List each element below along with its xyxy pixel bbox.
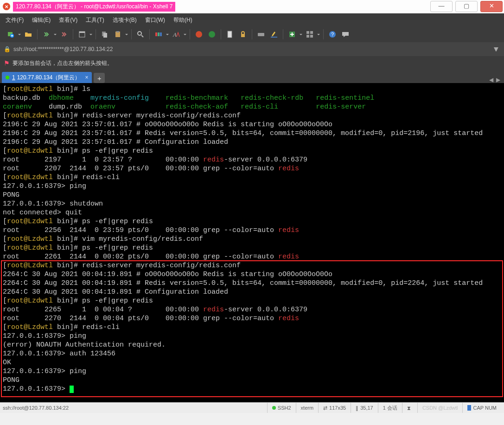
font-dropdown[interactable] xyxy=(183,32,187,37)
status-size: 117x35 xyxy=(329,405,346,411)
svg-rect-19 xyxy=(271,37,277,38)
svg-rect-5 xyxy=(103,33,107,38)
address-dropdown[interactable]: ⯆ xyxy=(492,46,500,52)
svg-rect-11 xyxy=(160,32,162,36)
svg-rect-22 xyxy=(310,31,313,34)
status-led-icon xyxy=(272,406,276,410)
svg-rect-9 xyxy=(155,32,157,36)
svg-point-13 xyxy=(196,31,202,38)
menu-view[interactable]: 查看(V) xyxy=(59,16,77,24)
new-file-button[interactable] xyxy=(224,28,236,40)
status-proto: SSH2 xyxy=(278,405,291,411)
reconnect-button[interactable] xyxy=(40,28,52,40)
help-button[interactable]: ? xyxy=(326,28,338,40)
open-button[interactable] xyxy=(22,28,34,40)
paste-button[interactable] xyxy=(112,28,124,40)
hint-text: 要添加当前会话，点击左侧的箭头按钮。 xyxy=(13,59,113,67)
status-bar: ssh://root@120.77.80.134:22 SSH2 xterm ⇄… xyxy=(0,402,504,413)
paste-dropdown[interactable] xyxy=(125,32,128,37)
lock-icon: 🔒 xyxy=(4,46,11,52)
tab-label: 120.77.80.134（阿里云） xyxy=(17,74,81,82)
highlight-button[interactable] xyxy=(268,28,280,40)
menu-window[interactable]: 窗口(W) xyxy=(145,16,165,24)
hint-bar: ⚑ 要添加当前会话，点击左侧的箭头按钮。 xyxy=(0,56,504,70)
tab-prev-button[interactable]: ◀ xyxy=(489,77,493,83)
svg-rect-15 xyxy=(228,31,232,38)
size-icon: ⇄ xyxy=(323,405,327,411)
status-caps: CAP NUM xyxy=(473,405,497,411)
menu-edit[interactable]: 编辑(E) xyxy=(32,16,51,24)
properties-dropdown[interactable] xyxy=(89,32,93,37)
tool-bar: A ? xyxy=(0,26,504,42)
title-bar: ✕ 120.77.80.134（阿里云） - root@Lzdwtl:/usr/… xyxy=(0,0,504,13)
find-button[interactable] xyxy=(134,28,147,40)
menu-bar: 文件(F) 编辑(E) 查看(V) 工具(T) 选项卡(B) 窗口(W) 帮助(… xyxy=(0,13,504,26)
copy-button[interactable] xyxy=(99,28,111,40)
svg-text:A: A xyxy=(172,31,177,38)
lock-button[interactable] xyxy=(237,28,249,40)
tab-number: 1 xyxy=(12,74,15,81)
tile-button[interactable] xyxy=(304,28,316,40)
svg-rect-24 xyxy=(310,35,313,38)
maximize-button[interactable]: ▢ xyxy=(455,1,478,12)
add-tab-button[interactable]: + xyxy=(94,73,105,83)
disconnect-button[interactable] xyxy=(58,28,70,40)
svg-rect-18 xyxy=(258,33,264,36)
add-dropdown[interactable] xyxy=(299,32,303,37)
new-session-dropdown[interactable] xyxy=(18,32,21,37)
caps-indicator xyxy=(467,405,471,411)
watermark: CSDN @Lzdwtl xyxy=(422,405,458,411)
status-path: ssh://root@120.77.80.134:22 xyxy=(3,403,267,413)
status-term: xterm xyxy=(296,403,319,413)
svg-rect-17 xyxy=(241,34,245,37)
keyboard-button[interactable] xyxy=(255,28,267,40)
pos-icon: ‖ xyxy=(356,405,358,411)
terminal[interactable]: [root@Lzdwtl bin]# lsbackup.db dbhome my… xyxy=(0,83,504,402)
feedback-button[interactable] xyxy=(339,28,351,40)
menu-tabs[interactable]: 选项卡(B) xyxy=(113,16,137,24)
svg-rect-10 xyxy=(158,32,159,36)
session-tab[interactable]: 1 120.77.80.134（阿里云） × xyxy=(2,72,92,83)
flag-icon: ⚑ xyxy=(4,59,10,67)
svg-rect-3 xyxy=(79,32,85,33)
color-scheme-button[interactable] xyxy=(153,28,165,40)
svg-rect-7 xyxy=(116,31,119,32)
window-title: 120.77.80.134（阿里云） - root@Lzdwtl:/usr/lo… xyxy=(13,2,175,12)
app-icon: ✕ xyxy=(3,3,10,10)
address-bar[interactable]: 🔒 ssh://root:************@120.77.80.134:… xyxy=(0,42,504,56)
tab-strip: 1 120.77.80.134（阿里云） × + ◀ ▶ xyxy=(0,70,504,83)
reconnect-dropdown[interactable] xyxy=(53,32,57,37)
address-text: ssh://root:************@120.77.80.134:22 xyxy=(13,46,492,52)
status-sessions: 1 会话 xyxy=(378,403,402,413)
svg-rect-23 xyxy=(306,35,309,38)
font-button[interactable]: A xyxy=(170,28,182,40)
new-session-button[interactable] xyxy=(5,28,17,40)
menu-help[interactable]: 帮助(H) xyxy=(173,16,192,24)
close-button[interactable]: ✕ xyxy=(480,1,503,12)
svg-point-14 xyxy=(209,31,215,38)
tab-close-icon[interactable]: × xyxy=(85,74,88,81)
tile-dropdown[interactable] xyxy=(317,32,320,37)
tab-next-button[interactable]: ▶ xyxy=(496,77,500,83)
color-scheme-dropdown[interactable] xyxy=(166,32,169,37)
menu-file[interactable]: 文件(F) xyxy=(6,16,24,24)
idle-icon: ⧗ xyxy=(407,405,411,411)
status-dot-icon xyxy=(6,76,9,79)
menu-tools[interactable]: 工具(T) xyxy=(86,16,104,24)
xshell-icon[interactable] xyxy=(193,28,205,40)
status-pos: 35,17 xyxy=(360,405,373,411)
svg-point-8 xyxy=(138,32,141,35)
add-button[interactable] xyxy=(286,28,298,40)
properties-button[interactable] xyxy=(76,28,88,40)
svg-rect-21 xyxy=(306,31,309,34)
xftp-icon[interactable] xyxy=(206,28,218,40)
minimize-button[interactable]: — xyxy=(430,1,453,12)
svg-text:?: ? xyxy=(331,32,334,37)
